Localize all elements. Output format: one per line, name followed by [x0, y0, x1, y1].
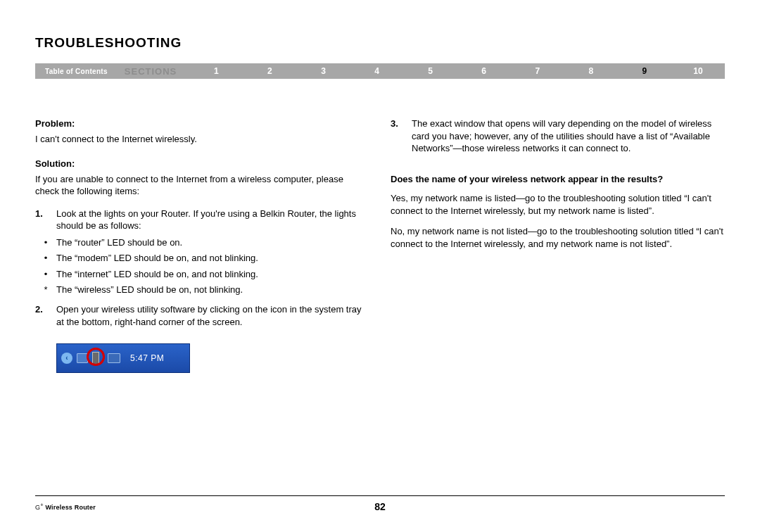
- left-column: Problem: I can't connect to the Internet…: [35, 118, 369, 373]
- item-text: The “internet” LED should be on, and not…: [56, 268, 258, 281]
- list-item: • The “internet” LED should be on, and n…: [35, 268, 369, 281]
- list-item: • The “router” LED should be on.: [35, 236, 369, 249]
- section-link-9[interactable]: 9: [618, 66, 671, 76]
- item-text: The exact window that opens will vary de…: [412, 118, 725, 155]
- solution-label: Solution:: [35, 158, 369, 170]
- tray-clock: 5:47 PM: [130, 353, 164, 364]
- product-name: G+ Wireless Router: [35, 502, 96, 511]
- section-link-1[interactable]: 1: [189, 66, 243, 76]
- section-link-5[interactable]: 5: [404, 66, 457, 76]
- tray-expand-icon: ‹: [61, 353, 72, 364]
- right-column: 3. The exact window that opens will vary…: [391, 118, 725, 373]
- red-circle-highlight: [87, 348, 105, 366]
- bullet-icon: •: [35, 252, 56, 265]
- list-item: 2. Open your wireless utility software b…: [35, 303, 369, 328]
- item-text: The “router” LED should be on.: [56, 236, 182, 249]
- system-tray-image: ‹ 5:47 PM: [56, 343, 190, 373]
- item-number: 3.: [391, 118, 412, 155]
- list-item: 1. Look at the lights on your Router. If…: [35, 208, 369, 232]
- section-link-10[interactable]: 10: [671, 66, 725, 76]
- section-link-6[interactable]: 6: [457, 66, 511, 76]
- page-number: 82: [374, 501, 386, 512]
- tray-wireless-icon-highlighted: [92, 352, 99, 365]
- item-text: Open your wireless utility software by c…: [56, 303, 369, 328]
- item-number: 1.: [35, 208, 56, 232]
- toc-link[interactable]: Table of Contents: [35, 68, 118, 75]
- item-text: The “modem” LED should be on, and not bl…: [56, 252, 258, 265]
- list-item: * The “wireless” LED should be on, not b…: [35, 284, 369, 296]
- answer-no: No, my network name is not listed—go to …: [391, 225, 725, 250]
- section-nav: Table of Contents SECTIONS 1 2 3 4 5 6 7…: [35, 63, 725, 79]
- section-link-7[interactable]: 7: [511, 66, 564, 76]
- section-numbers: 1 2 3 4 5 6 7 8 9 10: [189, 66, 725, 76]
- section-link-4[interactable]: 4: [350, 66, 404, 76]
- solution-intro: If you are unable to connect to the Inte…: [35, 173, 369, 198]
- item-number: 2.: [35, 303, 56, 328]
- page-footer: G+ Wireless Router 82: [35, 495, 725, 511]
- bullet-icon: •: [35, 236, 56, 249]
- question-heading: Does the name of your wireless network a…: [391, 173, 725, 186]
- list-item: 3. The exact window that opens will vary…: [391, 118, 725, 155]
- item-text: Look at the lights on your Router. If yo…: [56, 208, 369, 232]
- section-link-8[interactable]: 8: [564, 66, 618, 76]
- item-text: The “wireless” LED should be on, not bli…: [56, 284, 243, 296]
- asterisk-icon: *: [35, 284, 56, 296]
- page-title: TROUBLESHOOTING: [35, 35, 725, 51]
- problem-label: Problem:: [35, 118, 369, 130]
- section-link-2[interactable]: 2: [243, 66, 296, 76]
- bullet-icon: •: [35, 268, 56, 281]
- list-item: • The “modem” LED should be on, and not …: [35, 252, 369, 265]
- answer-yes: Yes, my network name is listed—go to the…: [391, 192, 725, 217]
- sections-label: SECTIONS: [118, 66, 189, 77]
- problem-text: I can't connect to the Internet wireless…: [35, 133, 369, 146]
- section-link-3[interactable]: 3: [296, 66, 350, 76]
- tray-network-icon: [108, 353, 120, 363]
